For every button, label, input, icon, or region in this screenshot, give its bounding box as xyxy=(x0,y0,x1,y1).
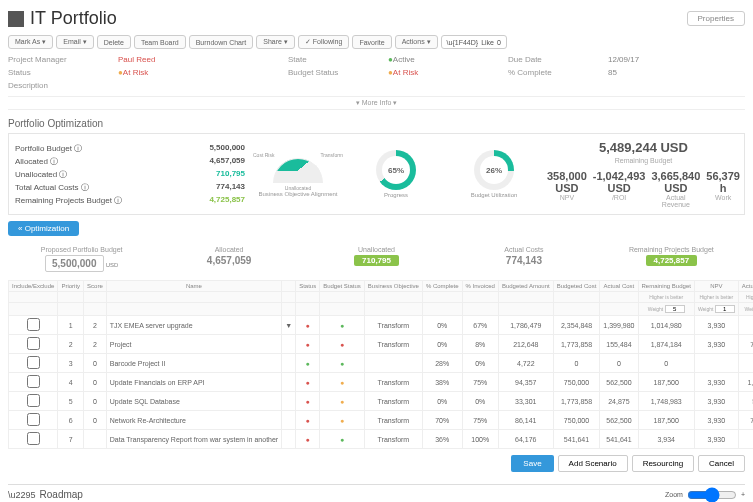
kpi-value: 358,000 USD xyxy=(547,170,587,194)
include-checkbox[interactable] xyxy=(27,337,40,350)
budget-list: Portfolio Budget ⓘ5,500,000Allocated ⓘ4,… xyxy=(15,142,245,207)
pm-label: Project Manager xyxy=(8,55,98,64)
status-dot: ● xyxy=(306,417,310,424)
status-label: Status xyxy=(8,68,98,77)
budget-value: 4,657,059 xyxy=(209,156,245,167)
alignment-gauge: Cost RiskTransform Unallocated Business … xyxy=(253,152,343,197)
optimization-button[interactable]: « Optimization xyxy=(8,221,79,236)
following-button[interactable]: ✓ Following xyxy=(298,35,350,49)
project-name[interactable]: Data Transparency Report from war system… xyxy=(106,430,281,449)
actions-button[interactable]: Actions ▾ xyxy=(395,35,438,49)
project-name[interactable]: TJX EMEA server upgrade xyxy=(106,316,281,335)
complete-label: % Complete xyxy=(508,68,588,77)
budget-label: Portfolio Budget ⓘ xyxy=(15,143,82,154)
budget-status-dot: ● xyxy=(340,322,344,329)
section-title: Portfolio Optimization xyxy=(8,118,745,129)
complete-value: 85 xyxy=(608,68,688,77)
state-label: State xyxy=(288,55,368,64)
include-checkbox[interactable] xyxy=(27,394,40,407)
table-row[interactable]: 30 Barcode Project II ● ● 28%0%4,7220006… xyxy=(9,354,754,373)
thumbs-up-icon: \u{1F44D} xyxy=(447,39,479,46)
email-button[interactable]: Email ▾ xyxy=(56,35,93,49)
team-board-button[interactable]: Team Board xyxy=(134,35,186,49)
budget-value: 774,143 xyxy=(216,182,245,193)
budget-value: 5,500,000 xyxy=(209,143,245,154)
state-value: Active xyxy=(388,55,488,64)
projects-table: Include/ExcludePriorityScoreNameStatusBu… xyxy=(8,280,753,449)
summary-badge: 4,725,857 xyxy=(646,255,698,266)
pm-value[interactable]: Paul Reed xyxy=(118,55,268,64)
project-name[interactable]: Update SQL Database xyxy=(106,392,281,411)
table-row[interactable]: 7 Data Transparency Report from war syst… xyxy=(9,430,754,449)
delete-button[interactable]: Delete xyxy=(97,35,131,49)
toolbar: Mark As ▾ Email ▾ Delete Team Board Burn… xyxy=(8,35,745,49)
weight-input[interactable] xyxy=(715,305,735,313)
status-dot: ● xyxy=(306,398,310,405)
include-checkbox[interactable] xyxy=(27,318,40,331)
budget-value: 4,725,857 xyxy=(209,195,245,206)
budget-status-dot: ● xyxy=(340,436,344,443)
resourcing-button[interactable]: Resourcing xyxy=(632,455,694,472)
table-row[interactable]: 40 Update Financials on ERP API ● ● Tran… xyxy=(9,373,754,392)
save-button[interactable]: Save xyxy=(511,455,553,472)
mark-as-button[interactable]: Mark As ▾ xyxy=(8,35,53,49)
status-dot: ● xyxy=(306,341,310,348)
status-value: At Risk xyxy=(118,68,268,77)
desc-label: Description xyxy=(8,81,98,90)
add-scenario-button[interactable]: Add Scenario xyxy=(558,455,628,472)
budget-label: Unallocated ⓘ xyxy=(15,169,67,180)
budget-status-dot: ● xyxy=(340,379,344,386)
table-row[interactable]: 12 TJX EMEA server upgrade ▼ ● ● Transfo… xyxy=(9,316,754,335)
roadmap-title: Roadmap xyxy=(40,489,83,500)
budget-status-dot: ● xyxy=(340,341,344,348)
expand-icon[interactable]: \u2295 xyxy=(8,490,36,500)
page-title: IT Portfolio xyxy=(8,8,117,29)
include-checkbox[interactable] xyxy=(27,413,40,426)
utilization-donut: 26% Budget Utilization xyxy=(449,150,539,198)
info-panel: Project Manager Paul Reed State Active D… xyxy=(8,55,745,90)
kpi-value: 56,379 h xyxy=(706,170,740,194)
status-dot: ● xyxy=(306,379,310,386)
table-row[interactable]: 60 Network Re-Architecture ● ● Transform… xyxy=(9,411,754,430)
status-dot: ● xyxy=(306,436,310,443)
budget-label: Total Actual Costs ⓘ xyxy=(15,182,89,193)
budget-label: Remaining Projects Budget ⓘ xyxy=(15,195,122,206)
weight-input[interactable] xyxy=(665,305,685,313)
due-value: 12/09/17 xyxy=(608,55,688,64)
table-row[interactable]: 22 Project ● ● Transform0%8%212,6481,773… xyxy=(9,335,754,354)
kpi-value: -1,042,493 USD xyxy=(593,170,646,194)
more-info-toggle[interactable]: ▾ More Info ▾ xyxy=(8,96,745,110)
budget-status-dot: ● xyxy=(340,398,344,405)
project-name[interactable]: Barcode Project II xyxy=(106,354,281,373)
due-label: Due Date xyxy=(508,55,588,64)
zoom-slider[interactable] xyxy=(687,490,737,500)
table-row[interactable]: 50 Update SQL Database ● ● Transform0%0%… xyxy=(9,392,754,411)
budget-input[interactable]: 5,500,000 xyxy=(45,255,104,272)
like-button[interactable]: \u{1F44D} Like 0 xyxy=(441,35,507,49)
include-checkbox[interactable] xyxy=(27,356,40,369)
kpi-remaining-budget: 5,489,244 USD xyxy=(547,140,740,155)
portfolio-icon xyxy=(8,11,24,27)
favorite-button[interactable]: Favorite xyxy=(352,35,391,49)
optimization-panel: Portfolio Budget ⓘ5,500,000Allocated ⓘ4,… xyxy=(8,133,745,215)
cancel-button[interactable]: Cancel xyxy=(698,455,745,472)
properties-button[interactable]: Properties xyxy=(687,11,745,26)
zoom-in-icon[interactable]: + xyxy=(741,491,745,498)
project-name[interactable]: Network Re-Architecture xyxy=(106,411,281,430)
include-checkbox[interactable] xyxy=(27,375,40,388)
share-button[interactable]: Share ▾ xyxy=(256,35,295,49)
summary-badge: 710,795 xyxy=(354,255,399,266)
include-checkbox[interactable] xyxy=(27,432,40,445)
status-dot: ● xyxy=(306,322,310,329)
summary-row: Proposed Portfolio Budget5,500,000 USDAl… xyxy=(8,242,745,276)
budget-status-dot: ● xyxy=(340,417,344,424)
status-dot: ● xyxy=(306,360,310,367)
budget-status-dot: ● xyxy=(340,360,344,367)
burndown-button[interactable]: Burndown Chart xyxy=(189,35,254,49)
budget-status-value: At Risk xyxy=(388,68,488,77)
budget-value: 710,795 xyxy=(216,169,245,180)
budget-status-label: Budget Status xyxy=(288,68,368,77)
project-name[interactable]: Update Financials on ERP API xyxy=(106,373,281,392)
budget-label: Allocated ⓘ xyxy=(15,156,58,167)
project-name[interactable]: Project xyxy=(106,335,281,354)
